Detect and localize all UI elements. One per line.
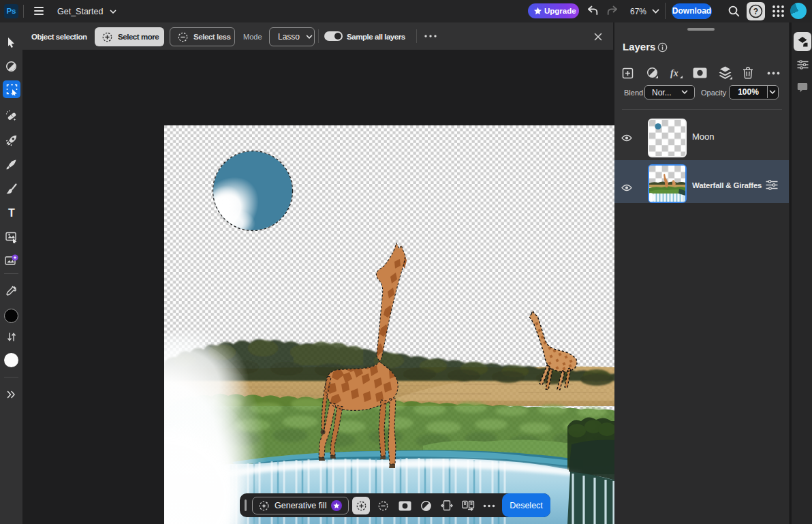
svg-text:?: ? xyxy=(753,7,758,16)
svg-text:T: T xyxy=(8,207,15,218)
svg-text:fx: fx xyxy=(670,67,678,78)
